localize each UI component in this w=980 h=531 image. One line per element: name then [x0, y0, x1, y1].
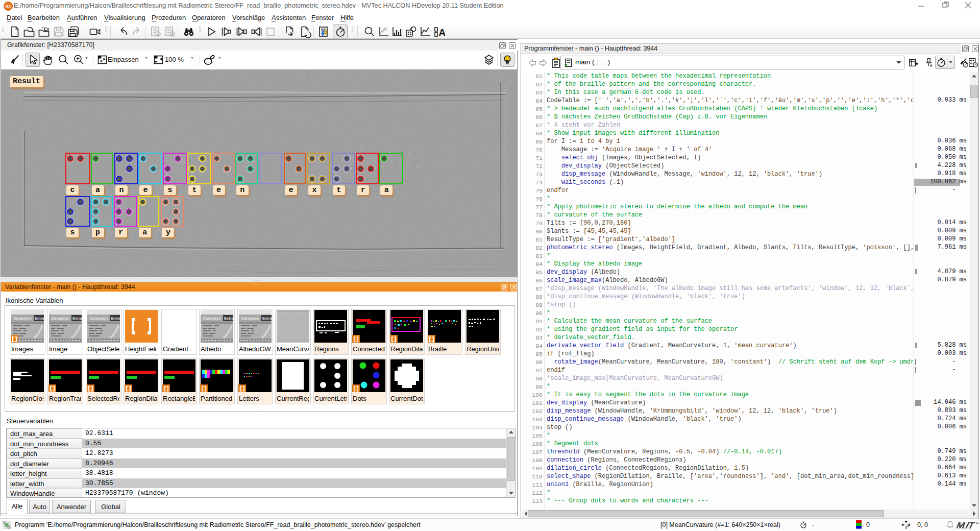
svg-text:EC: EC [976, 521, 979, 524]
svg-text:R: R [906, 524, 909, 528]
svg-text:A: A [438, 27, 445, 38]
svg-text:HA: HA [6, 4, 11, 9]
svg-text:Ex: Ex [44, 27, 50, 32]
